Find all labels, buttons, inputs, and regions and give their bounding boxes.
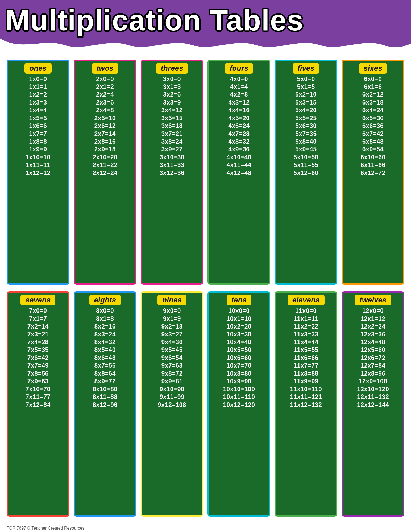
table-equations-fours: 4x0=04x1=44x2=84x3=124x4=164x5=204x6=244… xyxy=(210,75,267,177)
equation: 1x6=6 xyxy=(29,122,47,130)
equation: 9x9=81 xyxy=(161,377,182,385)
equation: 5x9=45 xyxy=(295,146,317,153)
table-card-eights: eights8x0=08x1=88x2=168x3=248x4=328x5=40… xyxy=(74,291,136,517)
equation: 8x2=16 xyxy=(94,323,116,330)
equation: 11x6=66 xyxy=(293,354,318,362)
equation: 6x10=60 xyxy=(360,153,385,161)
equation: 7x1=7 xyxy=(29,315,47,323)
equation: 8x11=88 xyxy=(93,393,118,401)
equation: 4x7=28 xyxy=(228,130,250,138)
table-label-ones: ones xyxy=(24,63,51,74)
table-label-sevens: sevens xyxy=(20,295,55,305)
table-card-sixes: sixes6x0=06x1=66x2=126x3=186x4=246x5=306… xyxy=(342,60,404,285)
equation: 7x12=84 xyxy=(26,401,51,409)
table-equations-nines: 9x0=09x1=99x2=189x3=279x4=369x5=459x6=54… xyxy=(144,307,201,409)
equation: 2x10=20 xyxy=(93,153,118,161)
table-equations-twos: 2x0=02x1=22x2=42x3=62x4=82x5=102x6=122x7… xyxy=(77,75,134,177)
equation: 6x4=24 xyxy=(362,106,384,114)
content-area: ones1x0=01x1=11x2=21x3=31x4=41x5=51x6=61… xyxy=(0,52,411,525)
equation: 12x5=60 xyxy=(360,346,385,354)
equation: 12x10=120 xyxy=(357,385,389,393)
equation: 9x12=108 xyxy=(158,401,186,409)
top-row: ones1x0=01x1=11x2=21x3=31x4=41x5=51x6=61… xyxy=(7,60,404,285)
equation: 6x6=36 xyxy=(362,122,384,130)
equation: 5x1=5 xyxy=(297,83,315,91)
equation: 9x10=90 xyxy=(160,385,185,393)
equation: 9x0=0 xyxy=(163,307,181,315)
equation: 2x0=0 xyxy=(96,75,114,83)
equation: 3x4=12 xyxy=(161,106,182,114)
equation: 9x6=54 xyxy=(161,354,182,362)
table-equations-sixes: 6x0=06x1=66x2=126x3=186x4=246x5=306x6=36… xyxy=(344,75,401,177)
equation: 8x10=80 xyxy=(93,385,118,393)
equation: 2x7=14 xyxy=(94,130,116,138)
page-title: Multiplication Tables xyxy=(5,5,406,38)
table-card-threes: threes3x0=03x1=33x2=63x3=93x4=123x5=153x… xyxy=(141,60,204,285)
equation: 12x2=24 xyxy=(360,323,385,330)
equation: 10x6=60 xyxy=(227,354,252,362)
table-equations-elevens: 11x0=011x1=1111x2=2211x3=3311x4=4411x5=5… xyxy=(277,307,334,409)
equation: 12x7=84 xyxy=(360,362,385,369)
equation: 1x7=7 xyxy=(29,130,47,138)
equation: 8x5=40 xyxy=(94,346,116,354)
table-equations-threes: 3x0=03x1=33x2=63x3=93x4=123x5=153x6=183x… xyxy=(144,75,201,177)
wave-svg xyxy=(0,38,411,52)
equation: 2x3=6 xyxy=(96,99,114,106)
equation: 1x12=12 xyxy=(26,169,51,177)
equation: 5x10=50 xyxy=(293,153,318,161)
equation: 10x4=40 xyxy=(227,338,252,346)
equation: 12x12=144 xyxy=(357,401,389,409)
equation: 2x12=24 xyxy=(93,169,118,177)
equation: 3x8=24 xyxy=(161,138,182,146)
table-equations-tens: 10x0=010x1=1010x2=2010x3=3010x4=4010x5=5… xyxy=(210,307,267,409)
equation: 3x0=0 xyxy=(163,75,181,83)
table-card-sevens: sevens7x0=07x1=77x2=147x3=217x4=287x5=35… xyxy=(7,291,69,517)
equation: 11x4=44 xyxy=(293,338,318,346)
table-card-tens: tens10x0=010x1=1010x2=2010x3=3010x4=4010… xyxy=(207,291,270,517)
equation: 4x12=48 xyxy=(227,169,252,177)
equation: 1x10=10 xyxy=(26,153,51,161)
equation: 8x7=56 xyxy=(94,362,116,369)
equation: 2x11=22 xyxy=(93,161,118,169)
equation: 10x5=50 xyxy=(227,346,252,354)
equation: 4x2=8 xyxy=(230,91,248,98)
equation: 11x9=99 xyxy=(293,377,318,385)
equation: 5x2=10 xyxy=(295,91,317,98)
table-label-nines: nines xyxy=(157,295,186,305)
equation: 11x11=121 xyxy=(290,393,322,401)
table-label-elevens: elevens xyxy=(288,295,325,305)
equation: 3x5=15 xyxy=(161,114,182,122)
equation: 2x6=12 xyxy=(94,122,116,130)
equation: 9x4=36 xyxy=(161,338,182,346)
equation: 7x3=21 xyxy=(27,331,49,338)
equation: 12x11=132 xyxy=(357,393,389,401)
equation: 7x8=56 xyxy=(27,370,49,377)
equation: 3x10=30 xyxy=(160,153,185,161)
equation: 8x4=32 xyxy=(94,338,116,346)
equation: 7x7=49 xyxy=(27,362,49,369)
equation: 3x6=18 xyxy=(161,122,182,130)
equation: 2x9=18 xyxy=(94,146,116,153)
equation: 1x0=0 xyxy=(29,75,47,83)
table-card-ones: ones1x0=01x1=11x2=21x3=31x4=41x5=51x6=61… xyxy=(7,60,69,285)
table-card-twelves: twelves12x0=012x1=1212x2=2412x3=3612x4=4… xyxy=(342,291,404,517)
equation: 11x1=11 xyxy=(293,315,318,323)
page: Multiplication Tables ones1x0=01x1=11x2=… xyxy=(0,0,411,532)
equation: 11x3=33 xyxy=(293,331,318,338)
equation: 9x7=63 xyxy=(161,362,182,369)
equation: 6x12=72 xyxy=(360,169,385,177)
equation: 5x3=15 xyxy=(295,99,317,106)
equation: 12x0=0 xyxy=(362,307,384,315)
equation: 1x9=9 xyxy=(29,146,47,153)
equation: 6x2=12 xyxy=(362,91,384,98)
equation: 12x1=12 xyxy=(360,315,385,323)
equation: 6x8=48 xyxy=(362,138,384,146)
equation: 1x4=4 xyxy=(29,106,47,114)
equation: 8x6=48 xyxy=(94,354,116,362)
table-label-eights: eights xyxy=(89,295,121,305)
equation: 8x0=0 xyxy=(96,307,114,315)
table-label-fives: fives xyxy=(293,63,319,74)
equation: 11x0=0 xyxy=(295,307,317,315)
table-equations-ones: 1x0=01x1=11x2=21x3=31x4=41x5=51x6=61x7=7… xyxy=(10,75,67,177)
equation: 2x1=2 xyxy=(96,83,114,91)
